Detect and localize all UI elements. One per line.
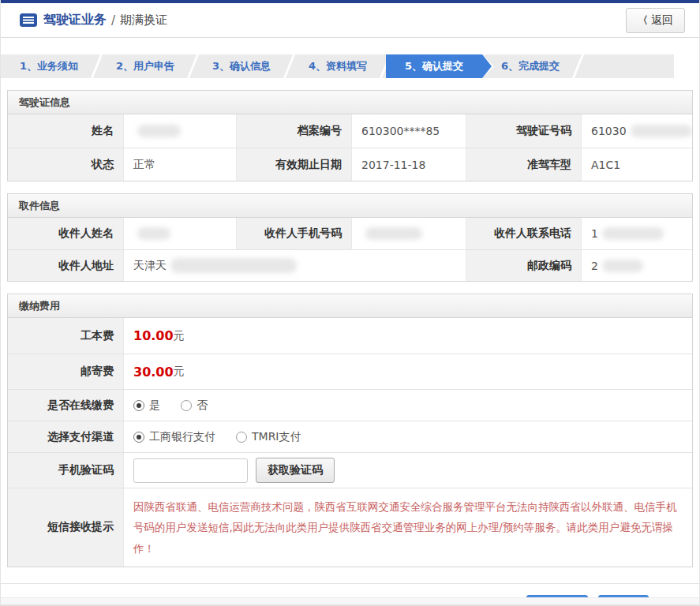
recipient-mobile-label: 收件人手机号码 <box>237 218 352 249</box>
redacted-tel <box>602 227 664 240</box>
file-no-value: 610300****85 <box>352 114 466 148</box>
breadcrumb-current: 期满换证 <box>120 13 167 28</box>
name-label: 姓名 <box>8 114 124 148</box>
step-2-user-declaration[interactable]: 2、用户申告 <box>97 54 193 78</box>
chevron-left-icon: 〈 <box>638 13 648 28</box>
mail-fee-unit: 元 <box>174 365 185 379</box>
step-4-fill-materials[interactable]: 4、资料填写 <box>290 54 386 78</box>
get-sms-code-button[interactable]: 获取验证码 <box>256 458 335 483</box>
online-pay-option-yes[interactable]: 是 <box>133 398 160 413</box>
payment-fee-section: 缴纳费用 工本费 10.00元 邮寄费 30.00元 是否在线缴费 是 否 选择… <box>7 294 693 567</box>
status-value: 正常 <box>124 148 237 181</box>
redacted-address <box>170 258 297 273</box>
radio-selected-icon[interactable] <box>133 432 144 443</box>
online-pay-options: 是 否 <box>124 389 692 421</box>
sms-code-label: 手机验证码 <box>8 452 124 488</box>
sms-notice-text: 因陕西省联通、电信运营商技术问题，陕西省互联网交通安全综合服务管理平台无法向持陕… <box>124 488 692 567</box>
radio-unselected-icon[interactable] <box>181 400 192 411</box>
work-fee-amount: 10.00 <box>133 328 174 343</box>
recipient-tel-value: 1 <box>582 218 692 249</box>
page-title: 驾驶证业务 <box>43 12 107 28</box>
sms-notice-label: 短信接收提示 <box>8 488 124 567</box>
step-3-confirm-info[interactable]: 3、确认信息 <box>193 54 290 78</box>
expiry-label: 有效期止日期 <box>237 148 352 181</box>
step-progress-bar: 1、业务须知 2、用户申告 3、确认信息 4、资料填写 5、确认提交 6、完成提… <box>1 54 674 78</box>
work-fee-unit: 元 <box>174 329 185 343</box>
online-pay-option-no[interactable]: 否 <box>181 398 208 413</box>
license-info-section: 驾驶证信息 姓名 档案编号 610300****85 驾驶证号码 61030 状… <box>7 90 693 181</box>
redacted-name <box>137 125 181 137</box>
recipient-mobile-value <box>352 218 466 249</box>
mail-fee-value: 30.00元 <box>124 354 692 389</box>
online-pay-label: 是否在线缴费 <box>8 389 124 421</box>
redacted-mobile <box>365 227 422 240</box>
sms-code-input[interactable] <box>133 458 248 483</box>
recipient-address-value: 天津天 <box>124 249 466 281</box>
postal-code-value: 2 <box>582 249 692 281</box>
mail-fee-label: 邮寄费 <box>8 354 124 389</box>
back-button-label: 返回 <box>651 13 673 28</box>
vehicle-type-value: A1C1 <box>582 148 692 181</box>
radio-selected-icon[interactable] <box>133 400 144 411</box>
status-label: 状态 <box>8 148 124 181</box>
pay-channel-icbc[interactable]: 工商银行支付 <box>133 430 215 444</box>
pickup-info-section: 取件信息 收件人姓名 收件人手机号码 收件人联系电话 1 收件人地址 天津天 邮… <box>7 193 693 282</box>
step-5-confirm-submit[interactable]: 5、确认提交 <box>386 54 482 78</box>
recipient-name-value <box>124 218 237 249</box>
list-icon <box>20 13 37 27</box>
pickup-section-title: 取件信息 <box>8 194 692 218</box>
license-no-value: 61030 <box>582 114 692 148</box>
work-fee-label: 工本费 <box>8 318 124 354</box>
step-6-complete-submit[interactable]: 6、完成提交 <box>482 54 578 78</box>
pay-channel-label: 选择支付渠道 <box>8 421 124 452</box>
file-no-label: 档案编号 <box>237 114 352 148</box>
back-button[interactable]: 〈 返回 <box>626 8 685 33</box>
redacted-postal <box>602 260 643 272</box>
license-no-label: 驾驶证号码 <box>466 114 582 148</box>
radio-unselected-icon[interactable] <box>236 432 247 443</box>
bottom-strip <box>1 597 699 606</box>
recipient-address-label: 收件人地址 <box>8 249 124 281</box>
recipient-tel-label: 收件人联系电话 <box>466 218 582 249</box>
expiry-value: 2017-11-18 <box>352 148 466 181</box>
page-header: 驾驶证业务 / 期满换证 〈 返回 <box>1 3 699 38</box>
license-section-title: 驾驶证信息 <box>8 91 692 114</box>
sms-code-row: 获取验证码 <box>124 452 692 488</box>
mail-fee-amount: 30.00 <box>133 365 174 380</box>
step-1-business-notes[interactable]: 1、业务须知 <box>1 54 97 78</box>
redacted-recipient-name <box>137 227 170 240</box>
recipient-name-label: 收件人姓名 <box>8 218 124 249</box>
pay-channel-tmri[interactable]: TMRI支付 <box>236 430 301 444</box>
postal-code-label: 邮政编码 <box>466 249 582 281</box>
work-fee-value: 10.00元 <box>124 318 692 354</box>
vehicle-type-label: 准驾车型 <box>466 148 582 181</box>
sms-notice-cell: 因陕西省联通、电信运营商技术问题，陕西省互联网交通安全综合服务管理平台无法向持陕… <box>124 488 692 567</box>
name-value <box>124 114 237 148</box>
breadcrumb-separator: / <box>111 13 115 28</box>
pay-channel-options: 工商银行支付 TMRI支付 <box>124 421 692 452</box>
fee-section-title: 缴纳费用 <box>8 294 692 318</box>
redacted-license-no <box>631 125 692 137</box>
step-bar-filler <box>578 54 674 78</box>
